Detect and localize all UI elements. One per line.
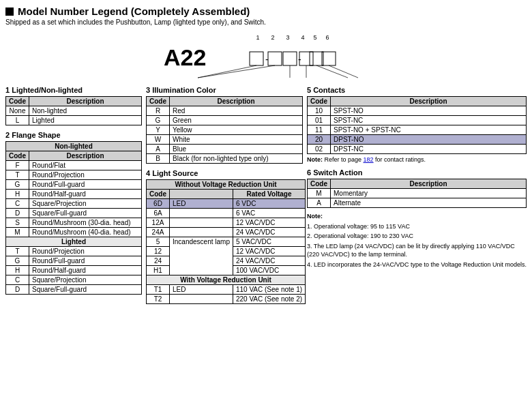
section5-title: 5 Contacts	[307, 86, 527, 94]
section4-title: 4 Light Source	[146, 169, 303, 177]
table-row: 5 Incandescent lamp 5 VAC/VDC	[147, 237, 306, 247]
table-row: DSquare/Full-guard	[6, 209, 142, 218]
section6-title: 6 Switch Action	[307, 168, 527, 177]
s3-col-code: Code	[147, 97, 170, 106]
s1-col-desc: Description	[29, 97, 142, 106]
s1-r1-desc: Non-lighted	[29, 106, 142, 116]
main-layout: 1 Lighted/Non-lighted Code Description N…	[5, 86, 527, 310]
section2-title: 2 Flange Shape	[5, 131, 142, 139]
section6: 6 Switch Action Code Description MMoment…	[307, 168, 527, 269]
table-row: 20 DPST-NO	[308, 135, 527, 145]
left-column: 1 Lighted/Non-lighted Code Description N…	[5, 86, 142, 310]
table-row: T2 220 VAC (See note 2)	[147, 295, 306, 304]
section1-table: Code Description None Non-lighted L Ligh…	[5, 96, 142, 125]
section2: 2 Flange Shape Non-lighted Code Descript…	[5, 131, 142, 295]
subtitle: Shipped as a set which includes the Push…	[5, 18, 527, 26]
section4-table: Without Voltage Reduction Unit Code Rate…	[146, 179, 306, 304]
section3: 3 Illumination Color Code Description RR…	[146, 86, 303, 164]
table-row: DSquare/Full-guard	[6, 285, 142, 295]
svg-rect-12	[299, 52, 313, 65]
svg-rect-14	[322, 52, 336, 65]
s2-col-code: Code	[6, 151, 29, 161]
s1-r2-desc: Lighted	[29, 116, 142, 125]
s2-nonlighted-header: Non-lighted	[6, 142, 142, 151]
section6-notes: Note: 1. Operational voltage: 95 to 115 …	[307, 212, 527, 269]
s4-without-header: Without Voltage Reduction Unit	[147, 180, 306, 190]
table-row: SRound/Mushroom (30-dia. head)	[6, 218, 142, 228]
table-row: MMomentary	[308, 189, 527, 198]
svg-text:2: 2	[271, 34, 274, 41]
table-row: L Lighted	[6, 116, 142, 125]
svg-rect-10	[283, 52, 297, 65]
title-icon	[5, 8, 14, 16]
s6-col-code: Code	[308, 179, 331, 189]
table-row: GRound/Full-guard	[6, 256, 142, 266]
table-row: HRound/Half-guard	[6, 266, 142, 275]
section4: 4 Light Source Without Voltage Reduction…	[146, 169, 303, 304]
table-row: WWhite	[147, 135, 303, 145]
svg-line-16	[198, 65, 275, 78]
table-row: 02DPST-NC	[308, 145, 527, 154]
s5-col-desc: Description	[331, 97, 527, 106]
s1-r1-code: None	[6, 106, 29, 116]
svg-text:3: 3	[286, 34, 289, 41]
table-row: TRound/Projection	[6, 247, 142, 256]
s4-col-type	[170, 190, 233, 199]
svg-text:6: 6	[325, 34, 329, 41]
table-row: CSquare/Projection	[6, 199, 142, 209]
section3-table: Code Description RRed GGreen YYellow WWh…	[146, 96, 303, 164]
table-row: HRound/Half-guard	[6, 190, 142, 199]
section1-title: 1 Lighted/Non-lighted	[5, 86, 142, 94]
s3-col-desc: Description	[170, 97, 303, 106]
table-row: BBlack (for non-lighted type only)	[147, 154, 303, 164]
table-row: T1 LED 110 VAC (See note 1)	[147, 285, 306, 295]
table-row: None Non-lighted	[6, 106, 142, 116]
table-row: 6A 6 VAC	[147, 209, 306, 218]
section1: 1 Lighted/Non-lighted Code Description N…	[5, 86, 142, 125]
table-row: TRound/Projection	[6, 170, 142, 180]
s1-r2-code: L	[6, 116, 29, 125]
table-row: 10SPST-NO	[308, 106, 527, 116]
section5: 5 Contacts Code Description 10SPST-NO 01…	[307, 86, 527, 163]
table-row: GRound/Full-guard	[6, 180, 142, 190]
table-row: 24A 24 VAC/VDC	[147, 228, 306, 237]
s2-lighted-header: Lighted	[6, 237, 142, 247]
s6-col-desc: Description	[331, 179, 527, 189]
table-row: 6D LED 6 VDC	[147, 199, 306, 209]
section5-note: Note: Refer to page 182 for contact rati…	[307, 156, 527, 163]
svg-text:1: 1	[256, 34, 259, 41]
table-row: 12A 12 VAC/VDC	[147, 218, 306, 228]
svg-rect-13	[310, 52, 323, 65]
svg-rect-9	[268, 52, 282, 65]
svg-line-15	[198, 65, 256, 78]
table-row: RRed	[147, 106, 303, 116]
s5-col-code: Code	[308, 97, 331, 106]
table-row: CSquare/Projection	[6, 275, 142, 285]
table-row: FRound/Flat	[6, 161, 142, 170]
model-diagram: 1 2 3 4 5 6 A22 - -	[5, 31, 527, 80]
svg-text:A22: A22	[164, 44, 206, 70]
table-row: ABlue	[147, 145, 303, 154]
s4-with-header: With Voltage Reduction Unit	[147, 275, 306, 285]
right-column: 5 Contacts Code Description 10SPST-NO 01…	[307, 86, 527, 310]
table-row: MRound/Mushroom (40-dia. head)	[6, 228, 142, 237]
middle-column: 3 Illumination Color Code Description RR…	[146, 86, 303, 310]
s1-col-code: Code	[6, 97, 29, 106]
table-row: AAlternate	[308, 198, 527, 208]
table-row: 11SPST-NO + SPST-NC	[308, 125, 527, 135]
s4-col-voltage: Rated Voltage	[233, 190, 305, 199]
svg-rect-7	[250, 52, 263, 65]
s4-col-code: Code	[147, 190, 170, 199]
s2-col-desc: Description	[29, 151, 142, 161]
svg-text:5: 5	[313, 34, 316, 41]
section6-table: Code Description MMomentary AAlternate	[307, 179, 527, 208]
section2-table: Non-lighted Code Description FRound/Flat…	[5, 141, 142, 295]
page-title: Model Number Legend (Completely Assemble…	[5, 5, 527, 17]
svg-text:4: 4	[301, 34, 304, 41]
table-row: 01SPST-NC	[308, 116, 527, 125]
section5-table: Code Description 10SPST-NO 01SPST-NC 11S…	[307, 96, 527, 154]
section3-title: 3 Illumination Color	[146, 86, 303, 94]
table-row: YYellow	[147, 125, 303, 135]
table-row: GGreen	[147, 116, 303, 125]
